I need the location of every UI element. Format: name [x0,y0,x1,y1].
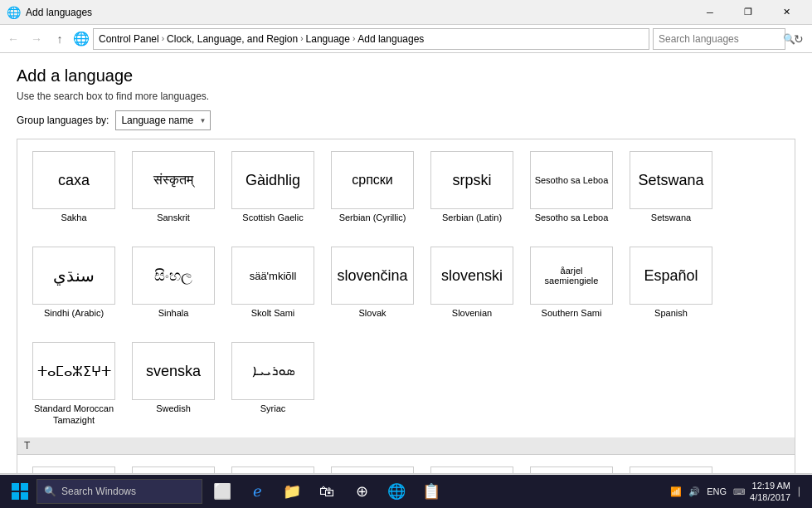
start-button[interactable] [3,475,36,508]
taskbar-right: 📶 🔊 ENG ⌨ 12:19 AM 4/18/2017 ▏ [670,480,809,504]
list-item[interactable]: Español Spanish [621,242,721,324]
store-icon[interactable]: 🛍 [310,475,343,508]
list-item[interactable]: தமிழ் Tamil [124,462,223,473]
breadcrumb-control-panel[interactable]: Control Panel [99,33,159,45]
show-desktop[interactable]: ▏ [795,487,805,496]
taskbar-search-label: Search Windows [61,486,136,497]
list-item[interactable]: Gàidhlig Scottish Gaelic [223,146,323,228]
list-item[interactable]: Setswana Setswana [621,146,721,228]
lang-grid-s2: سنڌي Sindhi (Arabic) සිංහල Sinhala sää'm… [17,235,795,330]
task-view-icon[interactable]: ⬜ [206,475,239,508]
language-grid-area[interactable]: саха Sakha संस्कृतम् Sanskrit Gàidhlig S… [17,139,795,473]
lang-grid-s1: саха Sakha संस्कृतम् Sanskrit Gàidhlig S… [17,139,795,235]
window-controls: ─ ❐ ✕ [691,0,805,25]
list-item[interactable]: ትግርኛ Tigrinya [621,462,721,473]
edge-icon[interactable]: ℯ [241,475,274,508]
breadcrumb-clock-lang[interactable]: Clock, Language, and Region [167,33,298,45]
list-item[interactable]: srpski Serbian (Latin) [422,146,522,228]
lang-grid-t: тоҷикӣ Tajik (Cyrillic) தமிழ் Tamil тата… [17,455,795,473]
explorer-icon[interactable]: 📁 [275,475,309,508]
list-item[interactable]: ไทย Thai [422,462,522,473]
taskbar-search[interactable]: 🔍 Search Windows [36,479,202,504]
close-button[interactable]: ✕ [767,0,805,25]
list-item[interactable]: संस्कृतम् Sanskrit [124,146,223,228]
list-item[interactable]: ܣܘܪܝܝܐ Syriac [223,337,323,430]
list-item[interactable]: සිංහල Sinhala [124,242,223,324]
list-item[interactable]: سنڌي Sindhi (Arabic) [24,242,124,324]
list-item[interactable]: slovenčina Slovak [323,242,422,324]
app-icon-3[interactable]: 📋 [415,475,448,508]
network-icon[interactable]: 📶 [670,486,682,497]
system-clock[interactable]: 12:19 AM 4/18/2017 [750,480,790,504]
list-item[interactable]: བོད་སྐད Tibetan [522,462,621,473]
search-input[interactable] [659,33,783,45]
breadcrumb: Control Panel › Clock, Language, and Reg… [93,28,649,50]
taskbar: 🔍 Search Windows ⬜ ℯ 📁 🛍 ⊕ 🌐 📋 📶 🔊 ENG ⌨… [0,475,812,508]
main-content: Add a language Use the search box to fin… [0,53,812,473]
page-title: Add a language [17,66,795,85]
list-item[interactable]: svenska Swedish [124,337,223,430]
search-bar: 🔍 [653,28,785,50]
window-icon: 🌐 [7,6,21,19]
lang-indicator[interactable]: ENG [707,486,727,496]
list-item[interactable]: sää'mkiõll Skolt Sami [223,242,323,324]
list-item[interactable]: slovenski Slovenian [422,242,522,324]
list-item[interactable]: саха Sakha [24,146,124,228]
group-select-wrapper: Language name [115,110,211,130]
group-label: Group languages by: [17,115,109,126]
group-bar: Group languages by: Language name [17,110,795,130]
list-item[interactable]: ⵜⴰⵎⴰⵣⵉⵖⵜ Standard MoroccanTamazight [24,337,124,430]
clock-time: 12:19 AM [750,480,790,491]
clock-date: 4/18/2017 [750,491,790,503]
input-method[interactable]: ⌨ [733,487,745,496]
system-tray: 📶 🔊 ENG ⌨ [670,486,745,497]
page-subtitle: Use the search box to find more language… [17,90,795,102]
list-item[interactable]: тоҷикӣ Tajik (Cyrillic) [24,462,124,473]
minimize-button[interactable]: ─ [691,0,729,25]
taskbar-app-icons: ⬜ ℯ 📁 🛍 ⊕ 🌐 📋 [206,475,448,508]
group-select[interactable]: Language name [115,110,211,130]
title-bar: 🌐 Add languages ─ ❐ ✕ [0,0,812,25]
list-item[interactable]: తెలుగు Telugu [323,462,422,473]
refresh-button[interactable]: ↻ [789,29,809,49]
breadcrumb-add-languages[interactable]: Add languages [357,33,424,45]
app-icon-1[interactable]: ⊕ [345,475,378,508]
lang-grid-s3: ⵜⴰⵎⴰⵣⵉⵖⵜ Standard MoroccanTamazight sven… [17,330,795,437]
maximize-button[interactable]: ❐ [729,0,767,25]
address-bar: ← → ↑ 🌐 Control Panel › Clock, Language,… [0,25,812,53]
up-button[interactable]: ↑ [50,29,70,49]
app-icon-2[interactable]: 🌐 [380,475,413,508]
list-item[interactable]: åarjel saemiengiele Southern Sami [522,242,621,324]
forward-button[interactable]: → [27,29,46,49]
breadcrumb-language[interactable]: Language [306,33,350,45]
list-item[interactable]: Sesotho sa Leboa Sesotho sa Leboa [522,146,621,228]
volume-icon[interactable]: 🔊 [688,486,700,497]
list-item[interactable]: татар Tatar (Cyrillic) [223,462,323,473]
window-title: Add languages [26,7,691,18]
back-button[interactable]: ← [3,29,23,49]
list-item[interactable]: српски Serbian (Cyrillic) [323,146,422,228]
section-header-t: T [17,437,795,455]
